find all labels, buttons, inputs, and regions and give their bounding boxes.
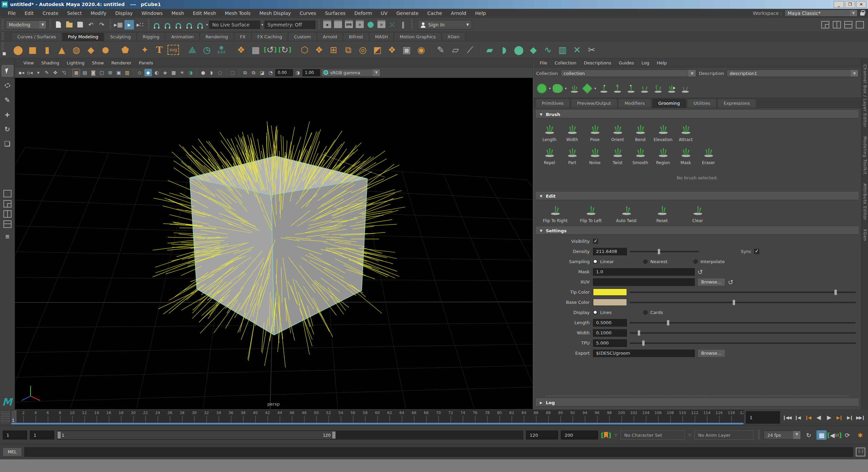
shelf-popup-button[interactable] [3,52,6,55]
shelf-tab[interactable]: Motion Graphics [394,33,441,41]
clip-editor-button[interactable]: ▦ [816,430,827,440]
symmetry-field[interactable]: Symmetry: Off [264,21,315,29]
uv-cross-button[interactable]: ✕ [571,43,584,56]
brush-button[interactable]: Length [538,120,561,142]
poly-torus-button[interactable]: ◍ [70,43,83,56]
hidden-guides-tool[interactable] [680,84,690,93]
go-to-end-button[interactable]: ▶▶❙ [855,412,865,422]
chevron-down-icon[interactable]: ▾ [594,86,596,90]
uv-swirl-button[interactable]: ∿ [541,43,554,56]
sampling-radio[interactable]: Interpolate [693,259,741,264]
xgen-tab[interactable]: Utilities [687,99,716,108]
toolbar-grip[interactable] [1,20,3,30]
signin-dropdown[interactable]: Sign In ▼ [418,20,472,29]
brush-button[interactable]: Attract [674,120,697,142]
settings-section-header[interactable]: ▼ Settings [536,227,859,235]
active-range[interactable]: 1 120 [57,431,336,439]
2d-pan-zoom-icon[interactable]: ✥ [52,69,59,76]
layout-uv-button[interactable]: ▦ [249,43,262,56]
edit-section-header[interactable]: ▼ Edit [536,192,859,200]
viewport-canvas[interactable]: persp [15,78,533,409]
shelf-grip[interactable] [1,33,4,40]
edit-tool-button[interactable]: Auto Twist [609,202,644,223]
xgen-tab[interactable]: Grooming [652,99,687,108]
panel-layout-button[interactable] [821,21,829,28]
lasso-tool[interactable] [2,80,13,91]
timeline-grip[interactable] [1,411,10,424]
viewport-menu-item[interactable]: View [20,60,38,65]
mel-toggle-button[interactable]: MEL [3,448,22,456]
brush-button[interactable]: Orient [606,120,629,142]
brush-button[interactable]: Smooth [629,143,652,165]
brush-button[interactable]: Width [561,120,584,142]
render-setup-button[interactable]: ⚙ [377,20,386,29]
poly-cone-button[interactable]: ▲ [55,43,68,56]
xgen-tab[interactable]: Modifiers [618,99,651,108]
refresh-icon[interactable]: ↺ [697,268,703,276]
edit-tool-button[interactable]: Flip To Right [537,202,573,223]
multi-cut-button[interactable]: ⟋ [463,43,476,56]
workspace-dropdown[interactable]: Maya Classic* ▼ [785,9,857,17]
exposure-field[interactable]: 0.00 [275,69,293,76]
sync-checkbox[interactable] [754,249,759,254]
gamma-field[interactable]: 1.00 [302,69,320,76]
set-driven-key-button[interactable]: ◷ [200,43,213,56]
menu-item[interactable]: Edit Mesh [189,11,220,16]
xgen-tab[interactable]: Preview/Output [571,99,617,108]
safe-action-toggle[interactable]: ▣ [115,69,122,76]
menu-item[interactable]: Cache [423,11,447,16]
panel-splitter[interactable] [546,396,848,396]
brush-button[interactable]: Part [561,143,584,165]
render-settings-button[interactable]: ⚙ [355,20,364,29]
shelf-tab[interactable]: XGen [442,33,465,41]
create-bookmark-button[interactable]: [] [601,432,611,439]
slider-handle[interactable] [733,300,735,305]
script-editor-icon[interactable] [856,448,865,456]
wheel-button[interactable]: ◎ [356,43,369,56]
snap-projected-center-button[interactable] [184,20,194,29]
poly-plane-button[interactable]: ◆ [84,43,97,56]
range-start-handle[interactable] [58,432,61,438]
hypershade-button[interactable] [366,20,375,29]
range-slider[interactable]: 1 120 [57,431,523,439]
xgen-menu-item[interactable]: Guides [615,60,638,65]
uv-editor-button[interactable]: ▰ [483,43,496,56]
slider-handle[interactable] [667,320,669,326]
resolution-gate-toggle[interactable]: ◙ [90,69,97,76]
select-guides-tool[interactable]: ➤ [667,84,676,93]
smooth-button[interactable]: ❖ [313,43,326,56]
brush-section-header[interactable]: ▼ Brush [536,110,859,118]
live-surface-field[interactable]: No Live Surface [209,21,260,29]
menu-item[interactable]: Edit [20,11,38,16]
render-view-button[interactable]: ◉ [322,20,332,29]
fps-dropdown[interactable]: 24 fps ▼ [764,431,801,439]
command-input[interactable] [24,447,853,457]
width-field[interactable]: 0.1000 [593,329,627,337]
brush-button[interactable]: Elevation [652,120,674,142]
outliner-button[interactable]: ≣ [2,231,13,242]
collection-dropdown[interactable]: collection ▼ [560,70,696,77]
chevron-down-icon[interactable]: ▾ [549,86,551,90]
camera-attrs-icon[interactable]: ▫◂ [26,69,34,76]
shelf-tab[interactable]: Sculpting [104,33,137,41]
snap-point-button[interactable] [174,20,183,29]
tpu-slider[interactable] [630,342,856,344]
panel-layout-button[interactable] [833,21,841,28]
flip-guides-tool[interactable]: ↔ [653,84,663,93]
launch-app-button[interactable]: ⤬ [388,20,397,29]
toolbar-grip[interactable] [147,20,150,30]
grid-toggle[interactable]: ▦ [73,69,80,76]
menu-item[interactable]: Mesh [167,11,189,16]
brush-button[interactable]: Eraser [697,143,720,165]
uv-sphere-button[interactable]: ⬤ [512,43,525,56]
shelf-tab[interactable]: Rendering [200,33,234,41]
viewport-menu-item[interactable]: Panels [135,60,157,65]
tpu-field[interactable]: 5.000 [593,339,627,347]
play-forwards-button[interactable]: ▶ [824,412,834,422]
range-end-handle[interactable] [332,432,335,438]
playback-snapshot-button[interactable]: ⟳ [842,430,852,440]
minimize-button[interactable]: _ [834,1,844,8]
poly-sphere-button[interactable]: ⬤ [12,43,24,56]
lattice-button[interactable]: ▣ [400,43,413,56]
current-frame-marker[interactable]: 1 [11,410,16,423]
